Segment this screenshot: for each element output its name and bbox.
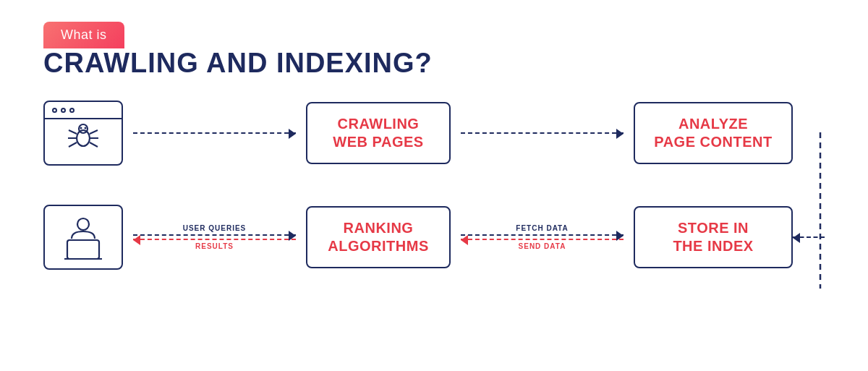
svg-point-8 <box>80 127 82 129</box>
dashed-line-1 <box>133 132 296 134</box>
ranking-label: RANKINGALGORITHMS <box>328 220 428 254</box>
spider-icon <box>64 118 102 155</box>
user-queries-arrow <box>133 234 296 236</box>
svg-rect-11 <box>67 240 99 259</box>
dashed-line-2 <box>461 132 624 134</box>
right-incoming-arrow <box>793 236 825 238</box>
rows-container: CRAWLINGWEB PAGES ANALYZEPAGE CONTENT <box>43 101 825 270</box>
svg-point-9 <box>85 127 87 129</box>
browser-dots <box>52 108 75 113</box>
store-label: STORE INTHE INDEX <box>673 220 753 254</box>
row-1: CRAWLINGWEB PAGES ANALYZEPAGE CONTENT <box>43 101 825 166</box>
results-arrow <box>133 239 296 240</box>
header-section: What is CRAWLING AND INDEXING? <box>43 22 825 79</box>
svg-line-7 <box>90 142 98 147</box>
browser-line <box>45 118 122 119</box>
person-laptop-icon-box <box>43 205 123 270</box>
person-laptop-icon <box>59 213 108 262</box>
send-arrow-head <box>461 235 468 245</box>
arrow-head-2 <box>616 129 624 139</box>
browser-spider-icon-box <box>43 101 123 166</box>
svg-line-2 <box>69 130 77 134</box>
results-label: RESULTS <box>195 242 234 250</box>
page-title: CRAWLING AND INDEXING? <box>43 48 825 79</box>
dot-2 <box>61 108 66 113</box>
right-gap-row2 <box>793 236 825 238</box>
arrow-head-1 <box>289 129 296 139</box>
fetch-send-connector: FETCH DATA SEND DATA <box>451 224 634 250</box>
diagram-wrapper: CRAWLINGWEB PAGES ANALYZEPAGE CONTENT <box>43 101 825 270</box>
analyze-page-content-box: ANALYZEPAGE CONTENT <box>634 102 793 164</box>
results-arrow-head <box>133 235 140 245</box>
user-queries-results-connector: USER QUERIES RESULTS <box>123 224 306 250</box>
fetch-data-label: FETCH DATA <box>516 224 568 232</box>
ranking-algorithms-box: RANKINGALGORITHMS <box>306 206 451 268</box>
arrow-1 <box>123 132 306 134</box>
send-data-label: SEND DATA <box>519 242 566 250</box>
arrow-2 <box>451 132 634 134</box>
crawling-web-pages-box: CRAWLINGWEB PAGES <box>306 102 451 164</box>
store-in-index-box: STORE INTHE INDEX <box>634 206 793 268</box>
dot-3 <box>69 108 75 113</box>
page-container: What is CRAWLING AND INDEXING? <box>0 0 868 371</box>
svg-line-5 <box>90 130 98 134</box>
header-badge: What is <box>43 22 124 48</box>
svg-point-1 <box>79 124 88 133</box>
svg-point-10 <box>77 218 89 230</box>
fetch-arrow <box>461 234 624 236</box>
crawling-label: CRAWLINGWEB PAGES <box>333 116 423 150</box>
svg-line-4 <box>69 142 77 147</box>
analyze-label: ANALYZEPAGE CONTENT <box>654 116 772 150</box>
header-badge-text: What is <box>61 27 107 42</box>
user-queries-label: USER QUERIES <box>183 224 247 232</box>
row-2: USER QUERIES RESULTS RANKINGALGORITHMS <box>43 205 825 270</box>
dot-1 <box>52 108 57 113</box>
send-arrow <box>461 239 624 240</box>
right-incoming-arrow-head <box>793 233 800 243</box>
